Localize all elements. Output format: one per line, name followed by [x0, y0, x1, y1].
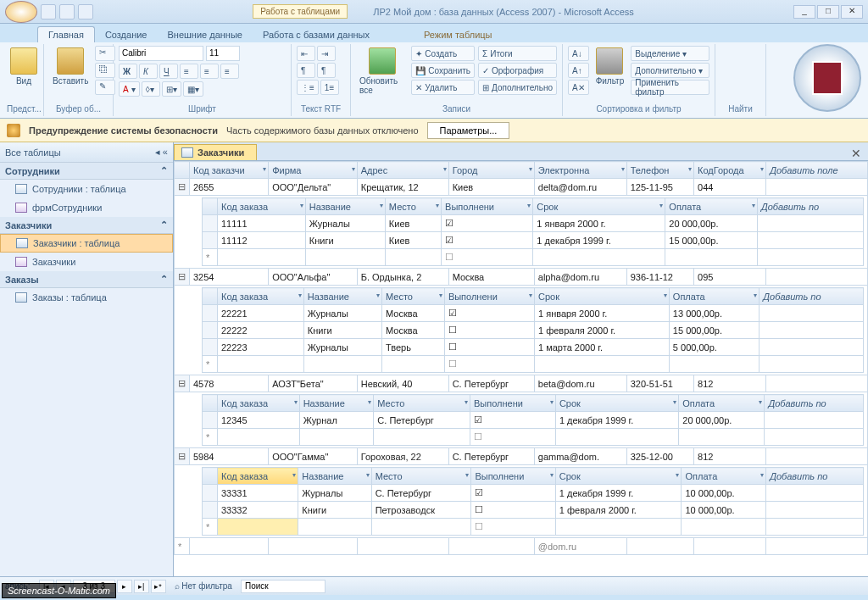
sub-column-header[interactable]: Выполнени▾ [442, 198, 533, 215]
sub-column-header[interactable]: Место▾ [374, 395, 470, 412]
dropdown-icon[interactable]: ▾ [368, 398, 371, 406]
sub-table-row[interactable]: 33332КнигиПетрозаводск☐1 февраля 2000 г.… [203, 502, 864, 519]
next-record-button[interactable]: ▸ [117, 580, 132, 593]
new-record-button[interactable]: ✦Создать [411, 46, 475, 61]
sub-column-header[interactable]: Выполнени▾ [471, 468, 555, 485]
numbering-button[interactable]: 1≡ [320, 80, 339, 95]
dropdown-icon[interactable]: ▾ [754, 292, 757, 299]
datasheet[interactable]: Код заказчи▾Фирма▾Адрес▾Город▾Электронна… [174, 161, 868, 576]
maximize-button[interactable]: □ [817, 5, 839, 19]
tab-database-tools[interactable]: Работа с базами данных [253, 27, 380, 42]
column-header[interactable]: Фирма▾ [269, 162, 358, 179]
sub-column-header[interactable]: Место▾ [385, 198, 441, 215]
table-row[interactable]: ⊟2655ООО"Дельта"Крещатик, 12Киевdelta@do… [175, 179, 868, 196]
dropdown-icon[interactable]: ▾ [760, 165, 764, 173]
new-sub-row[interactable]: *☐ [203, 519, 864, 536]
underline-button[interactable]: Ч [159, 64, 178, 79]
dropdown-icon[interactable]: ▾ [621, 165, 625, 173]
sub-column-header[interactable]: Срок▾ [555, 468, 682, 485]
sub-column-header[interactable]: Срок▾ [533, 198, 665, 215]
office-button[interactable] [5, 1, 37, 23]
add-field-column[interactable]: Добавить по [765, 395, 864, 412]
rtl-button[interactable]: ¶ [317, 63, 336, 78]
more-records-button[interactable]: ⊞Дополнительно [478, 80, 557, 95]
nav-group-employees[interactable]: Сотрудники⌃ [0, 163, 173, 180]
new-row[interactable]: *@dom.ru [175, 538, 868, 555]
column-header[interactable]: Город▾ [448, 162, 534, 179]
dropdown-icon[interactable]: ▾ [366, 471, 370, 479]
new-sub-row[interactable]: *☐ [203, 356, 864, 373]
ltr-button[interactable]: ¶ [297, 63, 315, 78]
redo-icon[interactable] [78, 4, 93, 19]
add-field-column[interactable]: Добавить по [760, 288, 864, 305]
format-painter-button[interactable]: ✎ [95, 80, 115, 95]
sub-table-row[interactable]: 11111ЖурналыКиев☑1 января 2000 г.20 000,… [203, 215, 864, 232]
sort-desc-button[interactable]: A↑ [568, 63, 589, 78]
dropdown-icon[interactable]: ▾ [688, 165, 692, 173]
column-header[interactable]: Электронна▾ [534, 162, 626, 179]
bold-button[interactable]: Ж [119, 64, 137, 79]
nav-item[interactable]: Заказчики [0, 253, 173, 271]
filter-button[interactable]: Фильтр [593, 46, 628, 87]
column-header[interactable]: Телефон▾ [626, 162, 693, 179]
tab-create[interactable]: Создание [95, 27, 158, 42]
nav-pane-header[interactable]: Все таблицы◂ « [0, 142, 173, 163]
close-button[interactable]: ✕ [841, 5, 863, 19]
refresh-all-button[interactable]: Обновить все [356, 46, 408, 97]
search-box[interactable] [241, 580, 326, 593]
font-name-combo[interactable]: Calibri [119, 46, 203, 61]
sub-column-header[interactable]: Код заказа▾ [218, 288, 304, 305]
dropdown-icon[interactable]: ▾ [527, 202, 531, 209]
save-icon[interactable] [41, 4, 56, 19]
sub-column-header[interactable]: Выполнени▾ [444, 288, 534, 305]
dropdown-icon[interactable]: ▾ [752, 202, 755, 209]
dropdown-icon[interactable]: ▾ [292, 471, 296, 479]
align-left-button[interactable]: ≡ [180, 64, 198, 79]
dropdown-icon[interactable]: ▾ [465, 398, 468, 406]
font-size-combo[interactable]: 11 [206, 46, 240, 61]
spelling-button[interactable]: ✓Орфография [478, 63, 557, 78]
clear-sort-button[interactable]: A✕ [568, 80, 589, 95]
nav-group-orders[interactable]: Заказы⌃ [0, 271, 173, 288]
nav-item[interactable]: фрмСотрудники [0, 198, 173, 217]
gridlines-button[interactable]: ⊞▾ [162, 81, 181, 97]
expand-button[interactable]: ⊟ [175, 448, 190, 465]
table-row[interactable]: ⊟3254ООО"Альфа"Б. Ордынка, 2Москваalpha@… [175, 269, 868, 286]
fill-color-button[interactable]: ◊▾ [142, 81, 160, 97]
sub-column-header[interactable]: Место▾ [382, 288, 445, 305]
dropdown-icon[interactable]: ▾ [676, 471, 679, 479]
sub-column-header[interactable]: Код заказа▾ [218, 468, 298, 485]
dropdown-icon[interactable]: ▾ [439, 292, 442, 299]
expand-button[interactable]: ⊟ [175, 269, 190, 286]
sub-column-header[interactable]: Оплата▾ [665, 198, 758, 215]
sub-table-row[interactable]: 11112КнигиКиев☑1 декабря 1999 г.15 000,0… [203, 232, 864, 249]
add-field-column[interactable]: Добавить поле [766, 162, 868, 179]
totals-button[interactable]: ΣИтоги [478, 46, 557, 61]
advanced-filter-button[interactable]: Дополнительно▾ [631, 63, 709, 78]
row-selector-header[interactable] [175, 162, 190, 179]
new-record-nav-button[interactable]: ▸* [151, 580, 166, 593]
nav-item[interactable]: Заказчики : таблица [0, 234, 173, 253]
expand-button[interactable]: ⊟ [175, 375, 190, 392]
nav-item[interactable]: Заказы : таблица [0, 288, 173, 307]
dropdown-icon[interactable]: ▾ [550, 398, 554, 406]
delete-record-button[interactable]: ✕Удалить [411, 80, 475, 95]
dropdown-icon[interactable]: ▾ [529, 292, 532, 299]
sub-table-row[interactable]: 22221ЖурналыМосква☑1 января 2000 г.13 00… [203, 305, 864, 322]
add-field-column[interactable]: Добавить по [757, 198, 863, 215]
undo-icon[interactable] [59, 4, 75, 19]
dropdown-icon[interactable]: ▾ [300, 202, 303, 209]
dropdown-icon[interactable]: ▾ [529, 165, 532, 173]
sort-asc-button[interactable]: A↓ [568, 46, 589, 61]
dropdown-icon[interactable]: ▾ [436, 202, 439, 209]
sub-table-row[interactable]: 12345ЖурналС. Петербург☑1 декабря 1999 г… [203, 412, 864, 429]
dropdown-icon[interactable]: ▾ [659, 202, 663, 209]
nav-item[interactable]: Сотрудники : таблица [0, 180, 173, 198]
dropdown-icon[interactable]: ▾ [760, 471, 764, 479]
indent-left-button[interactable]: ⇤ [297, 46, 315, 61]
dropdown-icon[interactable]: ▾ [380, 202, 383, 209]
sub-column-header[interactable]: Оплата▾ [669, 288, 759, 305]
expand-button[interactable]: ⊟ [175, 179, 190, 196]
font-color-button[interactable]: A▾ [119, 81, 140, 97]
doc-tab-customers[interactable]: Заказчики [174, 144, 257, 160]
